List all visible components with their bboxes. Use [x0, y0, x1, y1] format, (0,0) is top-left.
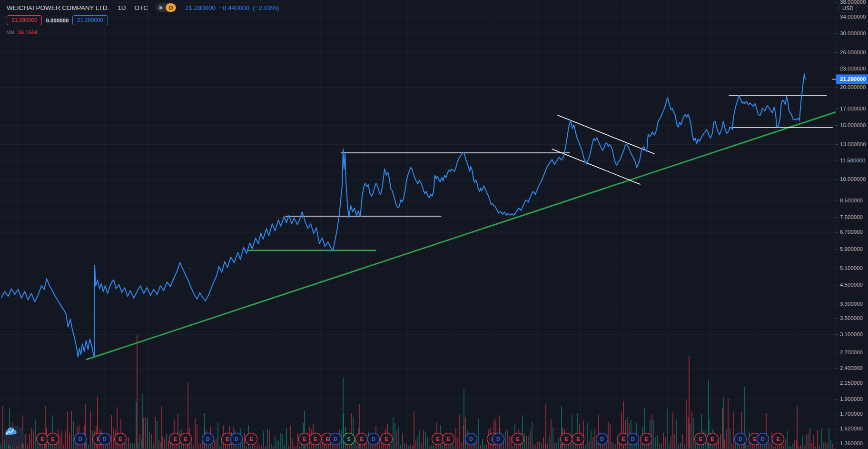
event-badge-s[interactable]: S	[343, 433, 355, 445]
event-badge-letter: D	[206, 436, 210, 442]
event-badge-letter: E	[776, 436, 779, 442]
event-badge-d[interactable]: D	[330, 433, 342, 445]
event-badge-e[interactable]: E	[381, 433, 393, 445]
event-badge-e[interactable]: E	[47, 433, 59, 445]
volume-bar	[244, 433, 245, 449]
volume-bar	[425, 432, 426, 449]
volume-bar	[825, 442, 826, 449]
event-badge-letter: E	[40, 436, 44, 442]
event-badge-d[interactable]: D	[368, 433, 380, 445]
event-badge-e[interactable]: E	[695, 433, 707, 445]
volume-spike-bar	[723, 397, 724, 449]
event-badge-letter: S	[347, 436, 350, 442]
volume-bar	[790, 446, 791, 449]
trendline-drawings[interactable]	[87, 96, 838, 359]
alert-flag-pill[interactable]: ✱ D	[156, 3, 176, 12]
event-badge-d[interactable]: D	[99, 433, 111, 445]
volume-bar	[457, 437, 458, 449]
event-badge-letter: E	[226, 436, 229, 442]
volume-bar	[256, 446, 256, 449]
event-badge-e[interactable]: E	[180, 433, 192, 445]
volume-bar	[288, 446, 289, 449]
price-axis-tick-label: 4.500000	[840, 282, 863, 288]
timeframe-button[interactable]: 1D	[118, 4, 126, 11]
volume-value: 36.156K	[18, 30, 38, 35]
event-badge-d[interactable]: D	[757, 433, 769, 445]
trendline-primary-uptrend-support[interactable]	[87, 111, 838, 359]
event-badge-d[interactable]: D	[493, 433, 504, 445]
volume-bar	[806, 435, 807, 449]
event-badge-e[interactable]: E	[443, 433, 454, 445]
event-badge-e[interactable]: E	[246, 433, 257, 445]
event-badge-letter: D	[496, 436, 500, 442]
event-badge-e[interactable]: E	[707, 433, 719, 445]
volume-bar	[482, 439, 483, 449]
event-badge-e[interactable]: E	[561, 433, 572, 445]
event-badge-e[interactable]: E	[299, 433, 311, 445]
event-badge-d[interactable]: D	[465, 433, 477, 445]
event-badge-e[interactable]: E	[772, 433, 784, 445]
event-badge-e[interactable]: E	[512, 433, 524, 445]
price-axis-tick-label: 23.000000	[840, 66, 866, 71]
volume-bar	[250, 446, 251, 449]
event-badge-d[interactable]: D	[596, 433, 608, 445]
volume-spike-bar	[797, 406, 798, 449]
price-line-series	[1, 74, 805, 357]
volume-bar	[526, 436, 527, 449]
event-badge-d[interactable]: D	[75, 433, 87, 445]
volume-bar	[823, 442, 824, 449]
price-axis-tick-label: 2.700000	[840, 349, 863, 355]
volume-bar	[682, 435, 683, 449]
event-badges-row[interactable]: EEDEDEEEDEDEEEEDSEDEEEDEDEEEDEDEEEDEDE	[37, 433, 784, 445]
price-axis-tick-label: 15.000000	[840, 122, 866, 128]
trendline-channel-upper[interactable]	[558, 115, 654, 154]
event-badge-letter: E	[753, 436, 756, 442]
platform-logo-button[interactable]	[4, 426, 25, 447]
volume-bar	[663, 433, 664, 449]
event-badge-e[interactable]: E	[641, 433, 652, 445]
volume-bar	[587, 423, 588, 449]
event-badge-e[interactable]: E	[572, 433, 584, 445]
price-axis-tick-label: 2.150000	[840, 380, 863, 386]
volume-bar	[612, 442, 612, 449]
event-badge-e[interactable]: E	[310, 433, 322, 445]
event-badge-d[interactable]: D	[627, 433, 639, 445]
volume-bar	[427, 437, 428, 449]
event-badge-d[interactable]: D	[231, 433, 243, 445]
event-badge-letter: E	[576, 436, 580, 442]
price-axis[interactable]: 38.00000034.00000030.00000026.00000023.0…	[0, 0, 868, 449]
event-badge-e[interactable]: E	[37, 433, 49, 445]
event-badge-d[interactable]: D	[202, 433, 214, 445]
current-price-tag-label: 21.280000	[840, 76, 866, 82]
volume-bar	[275, 436, 276, 449]
price-axis-tick-label: 1.360000	[840, 440, 863, 446]
volume-row: Vol 36.156K	[7, 30, 279, 35]
event-badge-letter: D	[739, 436, 742, 442]
event-badge-e[interactable]: E	[115, 433, 127, 445]
last-price-group: 21.280000 −0.440000 (−2.03%)	[185, 4, 279, 11]
volume-bar	[69, 433, 70, 449]
trading-chart-window: EEDEDEEEDEDEEEEDSEDEEEDEDEEEDEDEEEDEDE 3…	[0, 0, 868, 449]
cloud-chart-logo-icon	[4, 426, 17, 439]
event-badge-letter: D	[631, 436, 635, 442]
volume-bar	[402, 433, 403, 449]
volume-bar	[733, 412, 734, 449]
event-badge-e[interactable]: E	[356, 433, 368, 445]
volume-bar	[589, 441, 590, 449]
event-badge-d[interactable]: D	[735, 433, 747, 445]
volume-bars	[0, 335, 833, 449]
volume-bar	[393, 417, 394, 449]
volume-bar	[263, 431, 264, 449]
chart-canvas[interactable]: EEDEDEEEDEDEEEEDSEDEEEDEDEEEDEDEEEDEDE 3…	[0, 0, 868, 449]
event-badge-e[interactable]: E	[169, 433, 181, 445]
volume-bar	[238, 446, 239, 449]
event-badge-letter: E	[173, 436, 177, 442]
volume-bar	[151, 434, 152, 449]
volume-bar	[417, 437, 418, 449]
volume-bar	[543, 437, 544, 449]
volume-bar	[398, 427, 399, 449]
price-axis-tick-label: 7.500000	[840, 214, 863, 220]
symbol-title[interactable]: WEICHAI POWER COMPANY LTD.	[7, 4, 109, 11]
event-badge-e[interactable]: E	[432, 433, 444, 445]
trendline-channel-lower[interactable]	[552, 149, 640, 184]
